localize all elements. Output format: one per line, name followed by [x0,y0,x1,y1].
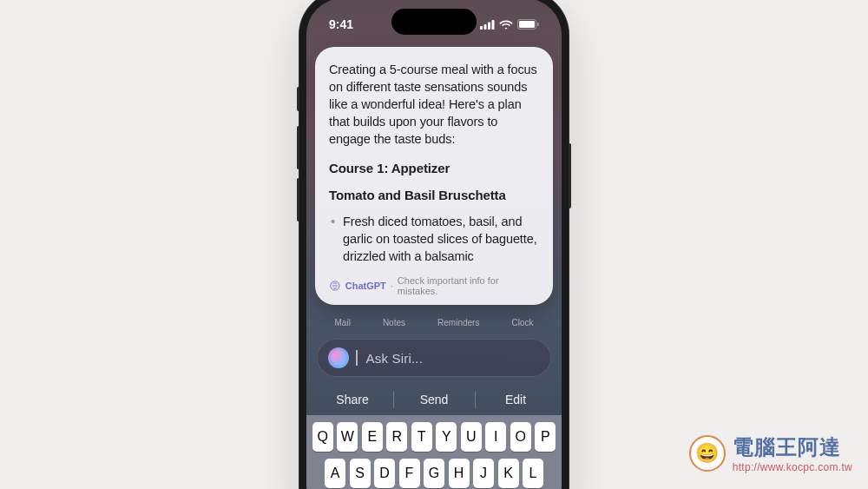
app-label-clock: Clock [511,318,533,327]
siri-orb-icon [328,347,349,368]
app-label-mail: Mail [335,318,351,327]
key-t[interactable]: T [411,422,432,452]
footer-separator: · [391,281,393,291]
key-u[interactable]: U [461,422,482,452]
key-s[interactable]: S [350,459,371,488]
svg-rect-0 [480,26,483,30]
key-y[interactable]: Y [436,422,457,452]
svg-rect-3 [492,20,495,30]
watermark-url: http://www.kocpc.com.tw [733,461,852,473]
response-heading-course: Course 1: Appetizer [329,160,539,178]
key-e[interactable]: E [362,422,383,452]
status-time: 9:41 [329,17,353,31]
phone-frame: 9:41 Creating a 5-course meal with a foc… [299,0,569,489]
battery-icon [517,19,539,30]
suggestion-share[interactable]: Share [312,386,393,413]
key-q[interactable]: Q [312,422,333,452]
side-button [297,87,299,111]
response-footer: ChatGPT · Check important info for mista… [329,275,539,296]
svg-rect-1 [484,24,487,30]
app-label-notes: Notes [383,318,405,327]
siri-response-card[interactable]: Creating a 5-course meal with a focus on… [315,47,553,305]
disclaimer-text: Check important info for mistakes. [398,275,539,296]
phone-screen: 9:41 Creating a 5-course meal with a foc… [306,0,562,489]
svg-rect-5 [519,21,535,28]
cellular-icon [480,20,495,30]
power-button [569,143,571,208]
keyboard: Q W E R T Y U I O P A S D F G H J K L [306,415,562,489]
key-g[interactable]: G [424,459,444,488]
keyboard-suggestions: Share Send Edit [306,386,562,413]
app-label-reminders: Reminders [437,318,479,327]
key-l[interactable]: L [523,459,543,488]
key-k[interactable]: K [498,459,519,488]
key-f[interactable]: F [399,459,420,488]
key-a[interactable]: A [325,459,345,488]
response-heading-dish: Tomato and Basil Bruschetta [329,187,539,205]
key-h[interactable]: H [449,459,470,488]
key-w[interactable]: W [337,422,358,452]
key-j[interactable]: J [473,459,494,488]
response-list: Fresh diced tomatoes, basil, and garlic … [329,213,539,265]
source-label: ChatGPT [345,281,386,291]
key-i[interactable]: I [485,422,506,452]
keyboard-row-2: A S D F G H J K L [310,459,558,488]
key-d[interactable]: D [374,459,395,488]
response-body: Creating a 5-course meal with a focus on… [329,61,539,265]
status-indicators [480,19,539,30]
watermark: 😄 電腦王阿達 http://www.kocpc.com.tw [689,433,852,473]
response-intro: Creating a 5-course meal with a focus on… [329,61,539,148]
volume-down-button [297,178,299,221]
watermark-title: 電腦王阿達 [733,433,852,461]
svg-rect-6 [537,23,539,27]
watermark-mascot-icon: 😄 [689,435,726,472]
volume-up-button [297,126,299,169]
key-p[interactable]: P [535,422,556,452]
key-o[interactable]: O [510,422,531,452]
home-app-labels: Mail Notes Reminders Clock [306,318,562,327]
chatgpt-icon [329,280,341,292]
keyboard-row-1: Q W E R T Y U I O P [310,422,558,452]
siri-placeholder: Ask Siri... [366,351,424,366]
suggestion-edit[interactable]: Edit [475,386,556,413]
key-r[interactable]: R [386,422,407,452]
suggestion-send[interactable]: Send [393,386,475,413]
dynamic-island [391,9,477,35]
siri-input[interactable]: Ask Siri... [317,339,551,377]
wifi-icon [499,20,513,30]
text-caret [356,350,358,366]
svg-rect-2 [488,22,490,30]
response-list-item: Fresh diced tomatoes, basil, and garlic … [343,213,539,265]
